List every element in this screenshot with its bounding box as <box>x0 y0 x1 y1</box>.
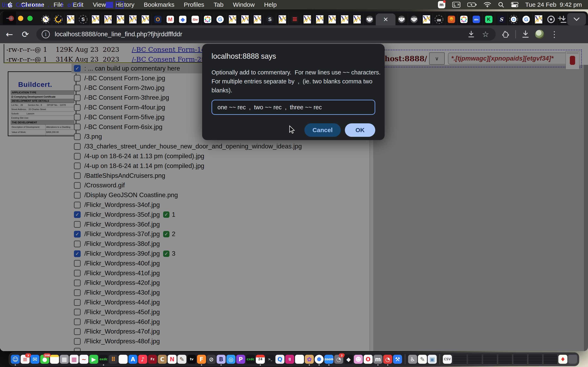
dock-item-paint-palette[interactable]: ✿ <box>305 355 314 364</box>
tab-chart-favicon[interactable] <box>314 13 326 25</box>
dock-item-podcasts[interactable]: P <box>236 355 245 364</box>
dock-item-reminders[interactable]: ≡3 <box>21 355 30 364</box>
dock-item-trash[interactable] <box>568 355 577 364</box>
dock-item-firefox[interactable]: F <box>197 355 206 364</box>
menu-item-help[interactable]: Help <box>259 0 281 9</box>
dialog-text-input[interactable]: one ~~ rec , two ~~ rec , three ~~ rec <box>212 100 375 115</box>
tab-spinner-favicon[interactable] <box>52 13 65 25</box>
dock-item-photo-widget[interactable]: ▣ <box>428 355 437 364</box>
address-download-icon[interactable] <box>465 28 477 41</box>
tab-chart-favicon[interactable] <box>89 13 102 25</box>
bookmark-star-icon[interactable]: ☆ <box>479 28 492 41</box>
tab-google-favicon[interactable]: G <box>214 13 226 25</box>
minimized-window-thumbnail[interactable] <box>483 354 497 364</box>
profile-avatar[interactable] <box>535 30 544 39</box>
dock-item-safari[interactable]: ◎ <box>226 355 235 364</box>
tab-chart-favicon[interactable] <box>532 13 545 25</box>
dock-item-app-store[interactable]: A <box>129 355 138 364</box>
tab-monkey-favicon[interactable] <box>408 13 420 25</box>
tab-f2w-favicon[interactable]: f2w <box>189 13 201 25</box>
tab-monkey-favicon[interactable] <box>363 13 376 25</box>
tab-chart-favicon[interactable] <box>226 13 239 25</box>
tab-active[interactable]: ✕ <box>376 13 396 25</box>
tab-chart-favicon[interactable] <box>338 13 351 25</box>
dock-item-music[interactable]: ♪ <box>138 355 147 364</box>
minimized-window-thumbnail[interactable] <box>543 354 558 364</box>
dock-item-launchpad[interactable]: ▦ <box>60 355 69 364</box>
tab-chart-favicon[interactable] <box>239 13 251 25</box>
tab-abc-favicon[interactable]: abc <box>470 13 483 25</box>
dock-item-news[interactable]: N <box>168 355 177 364</box>
spotlight-search-icon[interactable] <box>498 2 504 8</box>
tab-chart2-favicon[interactable] <box>102 13 114 25</box>
menubar-app-icon[interactable]: m <box>438 1 445 8</box>
dock-item-messages[interactable]: ●208 <box>40 355 49 364</box>
tab-chart-favicon[interactable] <box>420 13 433 25</box>
dock-item-no-entry[interactable]: ⊘ <box>207 355 216 364</box>
reload-button[interactable]: ⟳ <box>19 28 32 41</box>
tab-chart-favicon[interactable] <box>301 13 314 25</box>
menu-item-history[interactable]: History <box>111 0 139 9</box>
dock-item-inkscape[interactable]: ◆ <box>344 355 353 364</box>
cancel-button[interactable]: Cancel <box>304 123 341 137</box>
minimize-window-button[interactable] <box>18 16 23 21</box>
dock-item-gauge[interactable]: ◔ <box>383 355 392 364</box>
tab-google-favicon[interactable]: G <box>520 13 532 25</box>
tab-chart-favicon[interactable] <box>65 13 77 25</box>
zoom-window-button[interactable] <box>27 16 33 21</box>
tab-dots-favicon[interactable] <box>201 13 214 25</box>
tab-chart-favicon[interactable] <box>114 13 127 25</box>
dock-item-quicktime[interactable]: Q <box>276 355 285 364</box>
minimized-window-thumbnail[interactable] <box>513 354 527 364</box>
dock-item-card-4-diamonds[interactable]: ♦ <box>558 355 567 364</box>
tab-monkey-favicon[interactable] <box>396 13 408 25</box>
tab-orange-o-favicon[interactable]: O <box>152 13 164 25</box>
dock-item-zoom[interactable]: zoom <box>324 355 333 364</box>
battery-icon[interactable] <box>467 2 477 7</box>
tab-chart-favicon[interactable] <box>326 13 338 25</box>
tab-dots-favicon[interactable] <box>458 13 470 25</box>
dock-item-mail[interactable]: ✉ <box>30 355 39 364</box>
dock-item-filezilla[interactable]: Fz <box>148 355 157 364</box>
tab-kogan-favicon[interactable]: K <box>483 13 495 25</box>
dock-item-facetime[interactable]: ▶ <box>89 355 98 364</box>
url-text[interactable]: localhost:8888/one_line_find.php?fjhjrdd… <box>55 31 182 38</box>
dock-item-apple-tv[interactable]: tv <box>187 355 196 364</box>
downloads-icon[interactable] <box>522 30 529 38</box>
dock-item-bbedit[interactable]: B <box>217 355 226 364</box>
menu-item-edit[interactable]: Edit <box>68 0 88 9</box>
tab-chart-favicon[interactable] <box>351 13 363 25</box>
site-info-icon[interactable]: i <box>42 30 50 38</box>
new-tab-button[interactable]: + <box>553 11 567 25</box>
dock-item-mamp[interactable]: m <box>373 355 382 364</box>
menu-item-chrome[interactable]: Chrome <box>16 0 49 9</box>
dock-item-system-dial[interactable]: ◔2 <box>334 355 343 364</box>
minimized-window-thumbnail[interactable] <box>498 354 512 364</box>
dock-item-xcode[interactable]: ⚒ <box>393 355 402 364</box>
dock-item-grapher[interactable]: ~ <box>79 355 88 364</box>
dock-item-intellij[interactable]: IJ <box>285 355 294 364</box>
tab-gmail-favicon[interactable]: M <box>164 13 177 25</box>
tab-google-ring-favicon[interactable]: G <box>508 13 520 25</box>
tab-s-ring-favicon[interactable]: S <box>77 13 89 25</box>
tab-chart-favicon[interactable] <box>276 13 289 25</box>
control-center-icon[interactable] <box>511 2 518 7</box>
menu-item-profiles[interactable]: Profiles <box>179 0 209 9</box>
dock-item-textedit[interactable] <box>295 355 304 364</box>
minimized-window-thumbnail[interactable] <box>528 354 543 364</box>
ok-button[interactable]: OK <box>345 123 375 137</box>
tab-search-chevron-button[interactable] <box>567 13 586 25</box>
menu-item-window[interactable]: Window <box>228 0 259 9</box>
dock-item-app-grid[interactable]: ▦ <box>70 355 79 364</box>
menu-item-bookmarks[interactable]: Bookmarks <box>139 0 179 9</box>
tab-so-ring-favicon[interactable] <box>433 13 445 25</box>
tab-gem-favicon[interactable]: ◆ <box>177 13 189 25</box>
dock-item-contacts[interactable]: C <box>158 355 167 364</box>
dock-item-accessibility[interactable]: ♿ <box>408 355 417 364</box>
dock-item-gimp[interactable]: ✎ <box>177 355 186 364</box>
dock-item-calculator[interactable]: ⠿ <box>109 355 118 364</box>
browser-menu-icon[interactable]: ⋮ <box>550 30 558 39</box>
dock-item-terminal[interactable]: oxdc <box>99 355 108 364</box>
menu-item-view[interactable]: View <box>88 0 111 9</box>
dock-item-code-editor[interactable]: cxdc <box>246 355 255 364</box>
